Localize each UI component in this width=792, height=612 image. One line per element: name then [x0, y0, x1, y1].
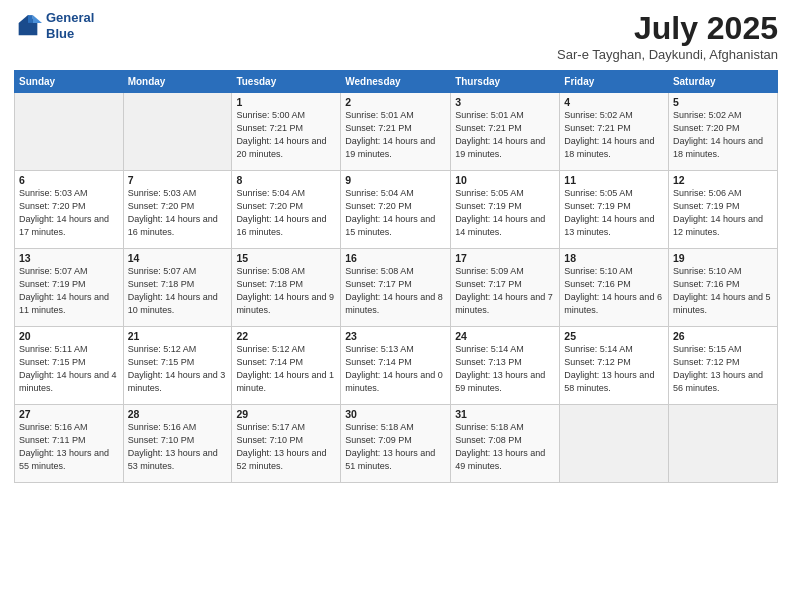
- calendar-cell: 1Sunrise: 5:00 AM Sunset: 7:21 PM Daylig…: [232, 93, 341, 171]
- svg-marker-2: [28, 15, 33, 23]
- logo: General Blue: [14, 10, 94, 41]
- day-number: 30: [345, 408, 446, 420]
- calendar-cell: 12Sunrise: 5:06 AM Sunset: 7:19 PM Dayli…: [668, 171, 777, 249]
- day-number: 24: [455, 330, 555, 342]
- calendar-week-row: 13Sunrise: 5:07 AM Sunset: 7:19 PM Dayli…: [15, 249, 778, 327]
- calendar-cell: 15Sunrise: 5:08 AM Sunset: 7:18 PM Dayli…: [232, 249, 341, 327]
- day-info: Sunrise: 5:18 AM Sunset: 7:08 PM Dayligh…: [455, 421, 555, 473]
- calendar-cell: 10Sunrise: 5:05 AM Sunset: 7:19 PM Dayli…: [451, 171, 560, 249]
- calendar-cell: 27Sunrise: 5:16 AM Sunset: 7:11 PM Dayli…: [15, 405, 124, 483]
- title-block: July 2025 Sar-e Tayghan, Daykundi, Afgha…: [557, 10, 778, 62]
- day-info: Sunrise: 5:14 AM Sunset: 7:13 PM Dayligh…: [455, 343, 555, 395]
- day-info: Sunrise: 5:13 AM Sunset: 7:14 PM Dayligh…: [345, 343, 446, 395]
- calendar-cell: 4Sunrise: 5:02 AM Sunset: 7:21 PM Daylig…: [560, 93, 669, 171]
- day-number: 1: [236, 96, 336, 108]
- header: General Blue July 2025 Sar-e Tayghan, Da…: [14, 10, 778, 62]
- day-info: Sunrise: 5:07 AM Sunset: 7:18 PM Dayligh…: [128, 265, 228, 317]
- subtitle: Sar-e Tayghan, Daykundi, Afghanistan: [557, 47, 778, 62]
- calendar-cell: 13Sunrise: 5:07 AM Sunset: 7:19 PM Dayli…: [15, 249, 124, 327]
- day-info: Sunrise: 5:09 AM Sunset: 7:17 PM Dayligh…: [455, 265, 555, 317]
- day-number: 12: [673, 174, 773, 186]
- calendar-cell: 19Sunrise: 5:10 AM Sunset: 7:16 PM Dayli…: [668, 249, 777, 327]
- day-number: 21: [128, 330, 228, 342]
- calendar-day-header: Friday: [560, 71, 669, 93]
- calendar-cell: 28Sunrise: 5:16 AM Sunset: 7:10 PM Dayli…: [123, 405, 232, 483]
- day-info: Sunrise: 5:02 AM Sunset: 7:20 PM Dayligh…: [673, 109, 773, 161]
- day-number: 13: [19, 252, 119, 264]
- calendar-cell: 25Sunrise: 5:14 AM Sunset: 7:12 PM Dayli…: [560, 327, 669, 405]
- calendar-cell: 29Sunrise: 5:17 AM Sunset: 7:10 PM Dayli…: [232, 405, 341, 483]
- logo-icon: [14, 12, 42, 40]
- day-number: 27: [19, 408, 119, 420]
- day-number: 29: [236, 408, 336, 420]
- svg-marker-1: [33, 15, 42, 23]
- calendar-table: SundayMondayTuesdayWednesdayThursdayFrid…: [14, 70, 778, 483]
- day-number: 2: [345, 96, 446, 108]
- calendar-cell: 14Sunrise: 5:07 AM Sunset: 7:18 PM Dayli…: [123, 249, 232, 327]
- day-number: 9: [345, 174, 446, 186]
- day-info: Sunrise: 5:01 AM Sunset: 7:21 PM Dayligh…: [345, 109, 446, 161]
- day-number: 20: [19, 330, 119, 342]
- calendar-cell: 11Sunrise: 5:05 AM Sunset: 7:19 PM Dayli…: [560, 171, 669, 249]
- day-number: 11: [564, 174, 664, 186]
- calendar-day-header: Tuesday: [232, 71, 341, 93]
- day-info: Sunrise: 5:01 AM Sunset: 7:21 PM Dayligh…: [455, 109, 555, 161]
- day-number: 7: [128, 174, 228, 186]
- calendar-cell: 18Sunrise: 5:10 AM Sunset: 7:16 PM Dayli…: [560, 249, 669, 327]
- day-number: 10: [455, 174, 555, 186]
- calendar-week-row: 1Sunrise: 5:00 AM Sunset: 7:21 PM Daylig…: [15, 93, 778, 171]
- calendar-week-row: 6Sunrise: 5:03 AM Sunset: 7:20 PM Daylig…: [15, 171, 778, 249]
- calendar-day-header: Monday: [123, 71, 232, 93]
- day-info: Sunrise: 5:10 AM Sunset: 7:16 PM Dayligh…: [564, 265, 664, 317]
- day-info: Sunrise: 5:16 AM Sunset: 7:10 PM Dayligh…: [128, 421, 228, 473]
- day-number: 19: [673, 252, 773, 264]
- calendar-cell: 22Sunrise: 5:12 AM Sunset: 7:14 PM Dayli…: [232, 327, 341, 405]
- day-info: Sunrise: 5:07 AM Sunset: 7:19 PM Dayligh…: [19, 265, 119, 317]
- calendar-cell: 16Sunrise: 5:08 AM Sunset: 7:17 PM Dayli…: [341, 249, 451, 327]
- calendar-day-header: Wednesday: [341, 71, 451, 93]
- calendar-cell: [668, 405, 777, 483]
- day-number: 18: [564, 252, 664, 264]
- day-number: 6: [19, 174, 119, 186]
- day-number: 14: [128, 252, 228, 264]
- calendar-cell: [15, 93, 124, 171]
- day-info: Sunrise: 5:04 AM Sunset: 7:20 PM Dayligh…: [345, 187, 446, 239]
- page: General Blue July 2025 Sar-e Tayghan, Da…: [0, 0, 792, 612]
- day-info: Sunrise: 5:12 AM Sunset: 7:15 PM Dayligh…: [128, 343, 228, 395]
- day-info: Sunrise: 5:03 AM Sunset: 7:20 PM Dayligh…: [128, 187, 228, 239]
- day-info: Sunrise: 5:10 AM Sunset: 7:16 PM Dayligh…: [673, 265, 773, 317]
- day-info: Sunrise: 5:00 AM Sunset: 7:21 PM Dayligh…: [236, 109, 336, 161]
- day-info: Sunrise: 5:04 AM Sunset: 7:20 PM Dayligh…: [236, 187, 336, 239]
- day-number: 16: [345, 252, 446, 264]
- day-info: Sunrise: 5:18 AM Sunset: 7:09 PM Dayligh…: [345, 421, 446, 473]
- day-info: Sunrise: 5:16 AM Sunset: 7:11 PM Dayligh…: [19, 421, 119, 473]
- day-number: 28: [128, 408, 228, 420]
- day-info: Sunrise: 5:08 AM Sunset: 7:17 PM Dayligh…: [345, 265, 446, 317]
- day-number: 4: [564, 96, 664, 108]
- day-info: Sunrise: 5:05 AM Sunset: 7:19 PM Dayligh…: [455, 187, 555, 239]
- day-number: 8: [236, 174, 336, 186]
- calendar-cell: [123, 93, 232, 171]
- day-number: 23: [345, 330, 446, 342]
- calendar-cell: 5Sunrise: 5:02 AM Sunset: 7:20 PM Daylig…: [668, 93, 777, 171]
- day-info: Sunrise: 5:12 AM Sunset: 7:14 PM Dayligh…: [236, 343, 336, 395]
- calendar-header-row: SundayMondayTuesdayWednesdayThursdayFrid…: [15, 71, 778, 93]
- main-title: July 2025: [557, 10, 778, 47]
- day-info: Sunrise: 5:05 AM Sunset: 7:19 PM Dayligh…: [564, 187, 664, 239]
- calendar-day-header: Thursday: [451, 71, 560, 93]
- day-info: Sunrise: 5:06 AM Sunset: 7:19 PM Dayligh…: [673, 187, 773, 239]
- day-info: Sunrise: 5:11 AM Sunset: 7:15 PM Dayligh…: [19, 343, 119, 395]
- calendar-cell: 20Sunrise: 5:11 AM Sunset: 7:15 PM Dayli…: [15, 327, 124, 405]
- calendar-cell: 24Sunrise: 5:14 AM Sunset: 7:13 PM Dayli…: [451, 327, 560, 405]
- calendar-cell: 26Sunrise: 5:15 AM Sunset: 7:12 PM Dayli…: [668, 327, 777, 405]
- calendar-cell: 9Sunrise: 5:04 AM Sunset: 7:20 PM Daylig…: [341, 171, 451, 249]
- day-info: Sunrise: 5:14 AM Sunset: 7:12 PM Dayligh…: [564, 343, 664, 395]
- day-number: 5: [673, 96, 773, 108]
- calendar-cell: 21Sunrise: 5:12 AM Sunset: 7:15 PM Dayli…: [123, 327, 232, 405]
- calendar-cell: 30Sunrise: 5:18 AM Sunset: 7:09 PM Dayli…: [341, 405, 451, 483]
- calendar-week-row: 27Sunrise: 5:16 AM Sunset: 7:11 PM Dayli…: [15, 405, 778, 483]
- calendar-cell: [560, 405, 669, 483]
- day-info: Sunrise: 5:03 AM Sunset: 7:20 PM Dayligh…: [19, 187, 119, 239]
- day-number: 22: [236, 330, 336, 342]
- day-info: Sunrise: 5:17 AM Sunset: 7:10 PM Dayligh…: [236, 421, 336, 473]
